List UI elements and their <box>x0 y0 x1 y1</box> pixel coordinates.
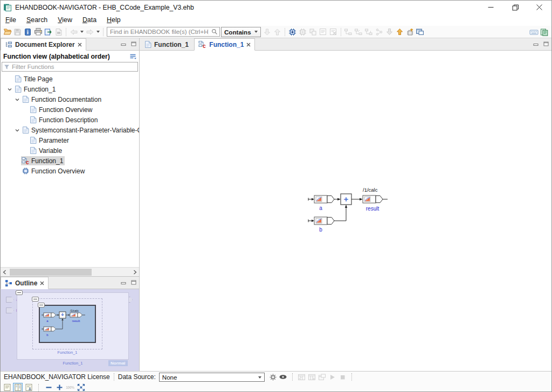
tab-document-explorer[interactable]: Document Explorer <box>1 38 86 51</box>
maximize-view-icon[interactable] <box>131 280 136 285</box>
tab-function-1-model[interactable]: c Function_1 <box>194 38 255 51</box>
start-measurement-icon[interactable] <box>327 372 337 382</box>
svg-text:a: a <box>46 319 49 323</box>
zoom-reset-icon[interactable]: 100% <box>65 383 75 392</box>
minimize-view-icon[interactable] <box>533 41 539 46</box>
export-icon[interactable] <box>43 27 53 37</box>
close-icon[interactable] <box>78 43 82 47</box>
collapse-hierarchy-icon[interactable] <box>354 27 364 37</box>
minimap-subsystem-block[interactable]: + /1/calc result a <box>39 305 96 343</box>
step-into-icon[interactable] <box>384 27 395 37</box>
single-page-view-icon[interactable] <box>2 383 12 392</box>
print-icon[interactable] <box>33 27 43 37</box>
link-hierarchy-icon[interactable] <box>364 27 374 37</box>
maximize-view-icon[interactable] <box>131 41 136 46</box>
tree-item-title-page[interactable]: Title Page <box>1 74 139 84</box>
tree-item-function-1-model[interactable]: cFunction_1 <box>1 156 139 166</box>
scrollbar-thumb[interactable] <box>10 269 92 276</box>
zoom-out-icon[interactable] <box>44 383 53 392</box>
handbook-library-icon[interactable] <box>539 27 549 37</box>
tree-item-function-description[interactable]: Function Description <box>1 115 139 125</box>
tree-item-systemconstant[interactable]: Systemconstant-Parameter-Variable-Cl <box>1 125 139 135</box>
tab-outline[interactable]: Outline <box>1 277 49 289</box>
minimap-mode-badge: Normal <box>108 360 128 366</box>
input-block-b[interactable]: b <box>308 217 334 233</box>
fit-to-screen-icon[interactable] <box>76 383 86 392</box>
function-compare-icon[interactable] <box>308 27 318 37</box>
show-document-icon[interactable] <box>318 27 328 37</box>
scroll-right-icon[interactable] <box>131 270 139 275</box>
function-documentation-icon[interactable] <box>298 27 308 37</box>
expand-hierarchy-icon[interactable] <box>343 27 354 37</box>
document-icon <box>21 95 30 103</box>
minimize-view-icon[interactable] <box>121 280 126 285</box>
branch-icon[interactable] <box>374 27 384 37</box>
restore-button[interactable] <box>503 1 527 14</box>
input-block-a[interactable]: a <box>308 195 334 211</box>
tab-function-1-document[interactable]: Function_1 <box>141 38 192 51</box>
visualization-eye-icon[interactable] <box>278 372 288 382</box>
find-previous-icon[interactable] <box>272 27 282 37</box>
chevron-down-icon[interactable] <box>13 128 21 133</box>
goto-parent-icon[interactable] <box>405 27 415 37</box>
save-icon[interactable] <box>12 27 23 37</box>
minimize-view-icon[interactable] <box>121 41 126 46</box>
collapse-icon[interactable] <box>16 290 23 295</box>
step-out-icon[interactable] <box>395 27 405 37</box>
close-icon[interactable] <box>40 281 44 285</box>
menu-file[interactable]: File <box>5 16 16 24</box>
close-button[interactable] <box>527 1 551 14</box>
explorer-horizontal-scrollbar[interactable] <box>1 267 139 276</box>
collapse-icon[interactable] <box>38 303 45 307</box>
sum-block[interactable]: + <box>341 194 351 205</box>
page-with-person-view-icon[interactable] <box>24 383 33 392</box>
settings-gear-icon[interactable] <box>268 372 278 382</box>
zoom-in-icon[interactable] <box>54 383 64 392</box>
tree-item-variable[interactable]: Variable <box>1 145 139 156</box>
scroll-left-icon[interactable] <box>1 270 9 275</box>
tree-item-function-overview[interactable]: Function Overview <box>1 104 139 115</box>
find-input[interactable] <box>107 27 220 37</box>
chevron-down-icon[interactable] <box>13 97 21 102</box>
minimize-button[interactable] <box>479 1 503 14</box>
tree-item-function-1[interactable]: Function_1 <box>1 84 139 94</box>
find-next-icon[interactable] <box>262 27 272 37</box>
close-document-icon[interactable] <box>328 27 339 37</box>
stop-measurement-icon[interactable] <box>337 372 348 382</box>
document-icon <box>144 40 151 48</box>
calibration-window-icon[interactable] <box>307 372 317 382</box>
chevron-down-icon[interactable] <box>6 87 13 92</box>
split-page-view-icon[interactable] <box>13 383 23 392</box>
diagram-canvas[interactable]: a + /1/calc result <box>140 51 551 371</box>
maximize-view-icon[interactable] <box>543 41 549 46</box>
document-icon <box>13 85 23 93</box>
menu-search[interactable]: Search <box>26 16 47 24</box>
svg-text:a: a <box>319 205 322 211</box>
open-new-window-icon[interactable] <box>415 27 425 37</box>
info-book-icon[interactable] <box>23 27 33 37</box>
open-file-icon[interactable] <box>2 27 12 37</box>
shortcuts-keyboard-icon[interactable] <box>529 27 539 37</box>
collapse-icon[interactable] <box>32 297 39 302</box>
outline-minimap[interactable]: a b result <box>1 289 139 371</box>
filter-functions-input[interactable] <box>2 62 138 72</box>
tree-item-parameter[interactable]: Parameter <box>1 135 139 145</box>
tree-item-function-overview-chip[interactable]: Function Overview <box>1 166 139 176</box>
view-menu-icon[interactable] <box>129 53 136 60</box>
data-source-dropdown[interactable]: None <box>159 373 265 382</box>
goto-function-icon[interactable] <box>287 27 298 37</box>
nav-back-menu-icon[interactable] <box>79 27 85 37</box>
nav-back-icon[interactable] <box>68 27 79 37</box>
output-block-result[interactable]: /1/calc result <box>363 187 388 212</box>
close-icon[interactable] <box>246 43 251 47</box>
tree-item-function-documentation[interactable]: Function Documentation <box>1 94 139 104</box>
experiment-window-icon[interactable] <box>317 372 327 382</box>
menu-view[interactable]: View <box>58 16 72 24</box>
measurement-window-icon[interactable] <box>296 372 307 382</box>
nav-forward-menu-icon[interactable] <box>95 27 101 37</box>
menu-data[interactable]: Data <box>82 16 96 24</box>
nav-forward-icon[interactable] <box>85 27 95 37</box>
menu-help[interactable]: Help <box>107 16 121 24</box>
contains-dropdown[interactable]: Contains <box>221 27 261 37</box>
pdf-export-icon[interactable] <box>53 27 64 37</box>
